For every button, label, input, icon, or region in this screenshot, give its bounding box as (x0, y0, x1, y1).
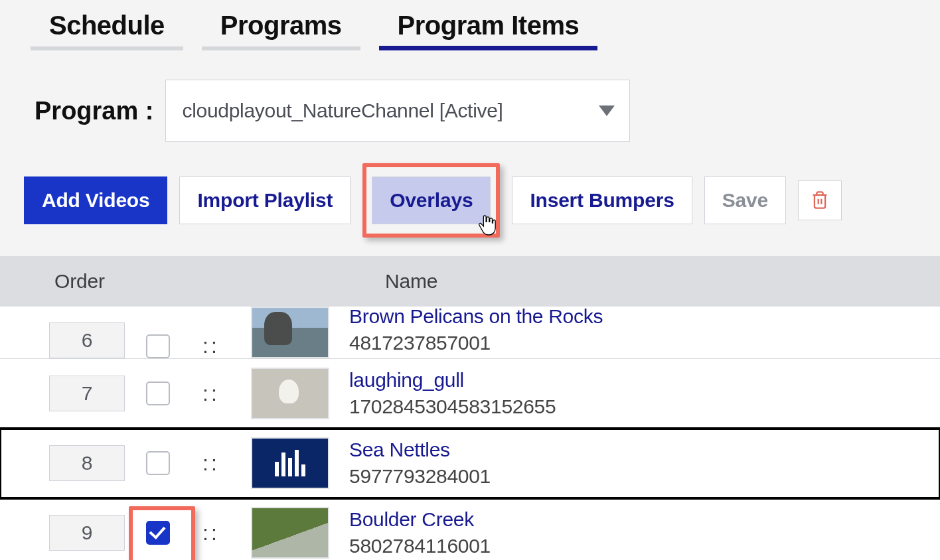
row-checkbox[interactable] (146, 521, 170, 545)
video-title[interactable]: Boulder Creek (349, 508, 940, 531)
row-checkbox[interactable] (146, 382, 170, 405)
video-thumbnail[interactable] (251, 368, 329, 419)
tab-programs[interactable]: Programs (202, 9, 360, 50)
row-meta: Brown Pelicans on the Rocks4817237857001 (349, 305, 940, 358)
tab-program-items[interactable]: Program Items (379, 9, 598, 50)
overlays-highlight-annotation: Overlays (362, 163, 500, 238)
column-header-order: Order (54, 270, 385, 293)
table-row[interactable]: 9::Boulder Creek5802784116001 (0, 498, 940, 560)
cursor-hand-icon (477, 214, 497, 236)
order-box[interactable]: 7 (49, 376, 125, 411)
video-id: 5802784116001 (349, 535, 940, 557)
video-title[interactable]: Sea Nettles (349, 439, 940, 461)
save-button[interactable]: Save (704, 176, 786, 224)
row-checkbox[interactable] (146, 334, 170, 358)
row-meta: laughing_gull1702845304583152655 (349, 369, 940, 418)
table-header: Order Name (0, 256, 940, 307)
video-title[interactable]: laughing_gull (349, 369, 940, 391)
row-checkbox[interactable] (146, 451, 170, 475)
insert-bumpers-button[interactable]: Insert Bumpers (512, 176, 692, 224)
row-checkbox-wrap (125, 521, 191, 545)
column-header-name: Name (385, 270, 940, 293)
drag-handle-icon[interactable]: :: (191, 521, 231, 545)
svg-rect-0 (815, 195, 825, 208)
import-playlist-button[interactable]: Import Playlist (179, 176, 351, 224)
video-id: 5977793284001 (349, 465, 940, 488)
video-id: 4817237857001 (349, 332, 940, 354)
chevron-down-icon (599, 105, 615, 116)
video-thumbnail[interactable] (251, 507, 329, 559)
table-row[interactable]: 8::Sea Nettles5977793284001 (0, 429, 940, 498)
table-row[interactable]: 6::Brown Pelicans on the Rocks4817237857… (0, 307, 940, 359)
trash-icon (811, 190, 829, 210)
add-videos-button[interactable]: Add Videos (24, 176, 167, 224)
order-box[interactable]: 9 (49, 515, 125, 551)
row-checkbox-wrap (125, 382, 191, 405)
program-selector-row: Program : cloudplayout_NatureChannel [Ac… (35, 80, 940, 142)
video-title[interactable]: Brown Pelicans on the Rocks (349, 305, 940, 328)
table-row[interactable]: 7::laughing_gull1702845304583152655 (0, 359, 940, 429)
program-select[interactable]: cloudplayout_NatureChannel [Active] (165, 80, 630, 142)
row-meta: Boulder Creek5802784116001 (349, 508, 940, 557)
program-label: Program : (35, 97, 153, 125)
video-thumbnail[interactable] (251, 307, 329, 358)
overlays-button[interactable]: Overlays (372, 176, 491, 224)
order-box[interactable]: 8 (49, 445, 125, 481)
row-checkbox-wrap (125, 451, 191, 475)
table-body: 6::Brown Pelicans on the Rocks4817237857… (0, 307, 940, 560)
tab-schedule[interactable]: Schedule (31, 9, 183, 50)
program-items-table: Order Name 6::Brown Pelicans on the Rock… (0, 256, 940, 560)
tab-bar: Schedule Programs Program Items (0, 9, 940, 50)
drag-handle-icon[interactable]: :: (191, 382, 231, 406)
program-select-value: cloudplayout_NatureChannel [Active] (182, 100, 503, 122)
order-box[interactable]: 6 (49, 322, 125, 358)
toolbar: Add Videos Import Playlist Overlays Inse… (24, 163, 940, 238)
drag-handle-icon[interactable]: :: (191, 334, 231, 358)
row-meta: Sea Nettles5977793284001 (349, 439, 940, 488)
row-checkbox-wrap (125, 334, 191, 358)
video-thumbnail[interactable] (251, 437, 329, 489)
delete-button[interactable] (798, 180, 842, 220)
drag-handle-icon[interactable]: :: (191, 451, 231, 476)
video-id: 1702845304583152655 (349, 395, 940, 418)
